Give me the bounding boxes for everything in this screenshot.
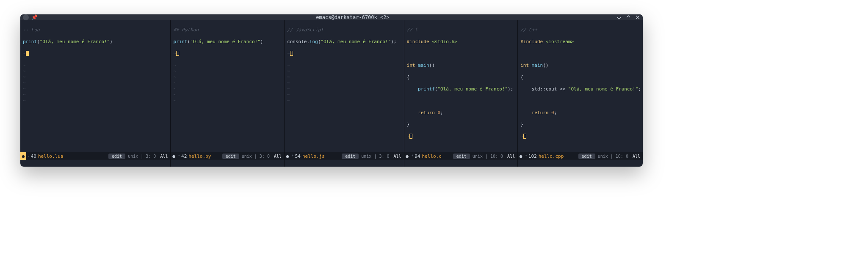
code-ident: cout xyxy=(546,86,557,92)
pane-js[interactable]: // JavaScript console.log("Olá, meu nome… xyxy=(285,20,404,160)
buffer-cpp[interactable]: // C++ #include <iostream> int main() { … xyxy=(518,20,643,152)
cursor xyxy=(26,51,29,56)
pane-prolog[interactable]: % Prolog main :- write("Olá, meu nome é … xyxy=(285,160,404,167)
mode-pill[interactable]: edit xyxy=(453,154,470,159)
code-kw: #include xyxy=(520,39,543,44)
code-func: print xyxy=(23,39,37,44)
code-string: "Olá, meu nome é Franco!" xyxy=(40,39,110,44)
buffer-python[interactable]: #% Python print("Olá, meu nome é Franco!… xyxy=(171,20,284,152)
code-number: 0 xyxy=(551,110,554,115)
modeline-js[interactable]: ● * 54 hello.js edit unix | 3: 0 All xyxy=(285,152,404,160)
modified-mark: * xyxy=(290,154,295,159)
buffer-filename: hello.py xyxy=(188,154,215,159)
code-string: "Olá, meu nome é Franco!" xyxy=(190,39,260,44)
buffer-filename: hello.c xyxy=(422,154,445,159)
maximize-icon[interactable] xyxy=(626,15,631,20)
buffer-js[interactable]: // JavaScript console.log("Olá, meu nome… xyxy=(285,20,404,152)
titlebar[interactable]: 📌 emacs@darkstar-6700k <2> xyxy=(20,14,643,20)
code-header: <iostream> xyxy=(546,39,574,44)
encoding-pos: unix | 3: 0 xyxy=(242,154,274,159)
pane-lisp[interactable]: ;; LISP (princ "Olá, meu nome é Franco!"… xyxy=(171,160,285,167)
mode-pill[interactable]: edit xyxy=(342,154,359,159)
mode-pill[interactable]: edit xyxy=(108,154,125,159)
code-kw: #include xyxy=(407,39,429,44)
cursor xyxy=(523,134,526,139)
code-string: "Olá, meu nome é Franco!" xyxy=(321,39,391,44)
pane-c[interactable]: // C #include <stdio.h> int main() { pri… xyxy=(404,20,518,160)
code-func: printf xyxy=(418,86,435,92)
modeline-c[interactable]: ● * 94 hello.c edit unix | 10: 0 All xyxy=(404,152,518,160)
code-string: "Olá, meu nome é Franco!" xyxy=(568,86,639,92)
encoding-pos: unix | 3: 0 xyxy=(361,154,393,159)
mode-indicator-icon: ● xyxy=(285,152,290,160)
code-ident: std xyxy=(532,86,540,92)
code-comment: // JavaScript xyxy=(287,27,323,33)
buffer-java[interactable]: // Java public class OlaMundo { public s… xyxy=(20,160,170,167)
buffer-size: 102 xyxy=(528,154,539,159)
buffer-sql[interactable]: -- SQL SELECT "Olá, meu nome é Franco!";… xyxy=(404,160,518,167)
buffer-size: 54 xyxy=(295,154,302,159)
pane-java[interactable]: // Java public class OlaMundo { public s… xyxy=(20,160,171,167)
encoding-pos: unix | 10: 0 xyxy=(598,154,633,159)
buffer-c[interactable]: // C #include <stdio.h> int main() { pri… xyxy=(404,20,518,152)
code-string: "Olá, meu nome é Franco!" xyxy=(437,86,508,92)
window-title: emacs@darkstar-6700k <2> xyxy=(99,14,606,20)
code-kw: return xyxy=(532,110,549,115)
modeline-cpp[interactable]: ● * 102 hello.cpp edit unix | 10: 0 All xyxy=(518,152,643,160)
buffer-lua[interactable]: -- Lua print("Olá, meu nome é Franco!") … xyxy=(20,20,170,152)
modified-mark: * xyxy=(524,154,528,159)
code-comment: #% Python xyxy=(173,27,199,33)
close-icon[interactable] xyxy=(635,15,640,20)
mode-pill[interactable]: edit xyxy=(222,154,239,159)
cursor xyxy=(176,51,179,56)
minimize-icon[interactable] xyxy=(616,15,622,20)
panes-grid: -- Lua print("Olá, meu nome é Franco!") … xyxy=(20,20,643,167)
code-func: print xyxy=(173,39,187,44)
mode-indicator-icon: ● xyxy=(20,152,26,160)
code-func: log xyxy=(310,39,318,44)
pane-sql[interactable]: -- SQL SELECT "Olá, meu nome é Franco!";… xyxy=(404,160,518,167)
code-type: int xyxy=(520,63,529,68)
scroll-pos: All xyxy=(507,154,517,159)
cursor xyxy=(409,134,412,139)
pane-python[interactable]: #% Python print("Olá, meu nome é Franco!… xyxy=(171,20,285,160)
scroll-pos: All xyxy=(633,154,643,159)
buffer-size: 42 xyxy=(181,154,188,159)
code-ident: console xyxy=(287,39,307,44)
cursor xyxy=(290,51,293,56)
buffer-gdscript[interactable]: # Godot GDScript extends SceneTree func … xyxy=(518,160,643,167)
code-comment: -- Lua xyxy=(23,27,40,33)
buffer-prolog[interactable]: % Prolog main :- write("Olá, meu nome é … xyxy=(285,160,404,167)
buffer-filename: hello.cpp xyxy=(539,154,568,159)
buffer-lisp[interactable]: ;; LISP (princ "Olá, meu nome é Franco!"… xyxy=(171,160,284,167)
code-func: main xyxy=(532,63,543,68)
scroll-pos: All xyxy=(394,154,404,159)
code-kw: return xyxy=(418,110,435,115)
encoding-pos: unix | 10: 0 xyxy=(473,154,507,159)
buffer-size: 94 xyxy=(415,154,422,159)
mode-indicator-icon: ● xyxy=(404,152,410,160)
code-comment: // C++ xyxy=(520,27,537,33)
mode-pill[interactable]: edit xyxy=(578,154,595,159)
scroll-pos: All xyxy=(274,154,284,159)
code-type: int xyxy=(407,63,415,68)
modeline-lua[interactable]: ● - 40 hello.lua edit unix | 3: 0 All xyxy=(20,152,170,160)
buffer-filename: hello.js xyxy=(302,154,329,159)
code-header: <stdio.h> xyxy=(432,39,457,44)
code-func: main xyxy=(418,63,429,68)
buffer-filename: hello.lua xyxy=(38,154,68,159)
pane-lua[interactable]: -- Lua print("Olá, meu nome é Franco!") … xyxy=(20,20,171,160)
pane-gdscript[interactable]: # Godot GDScript extends SceneTree func … xyxy=(518,160,643,167)
encoding-pos: unix | 3: 0 xyxy=(128,154,160,159)
pane-cpp[interactable]: // C++ #include <iostream> int main() { … xyxy=(518,20,643,160)
pin-icon[interactable]: 📌 xyxy=(31,14,38,20)
mode-indicator-icon: ● xyxy=(518,152,524,160)
modified-mark: - xyxy=(26,154,31,159)
buffer-size: 40 xyxy=(31,154,38,159)
scroll-pos: All xyxy=(160,154,170,159)
modeline-python[interactable]: ● * 42 hello.py edit unix | 3: 0 All xyxy=(171,152,284,160)
emacs-window: 📌 emacs@darkstar-6700k <2> -- Lua print(… xyxy=(20,14,643,167)
modified-mark: * xyxy=(177,154,181,159)
modified-mark: * xyxy=(410,154,415,159)
code-comment: // C xyxy=(407,27,418,33)
